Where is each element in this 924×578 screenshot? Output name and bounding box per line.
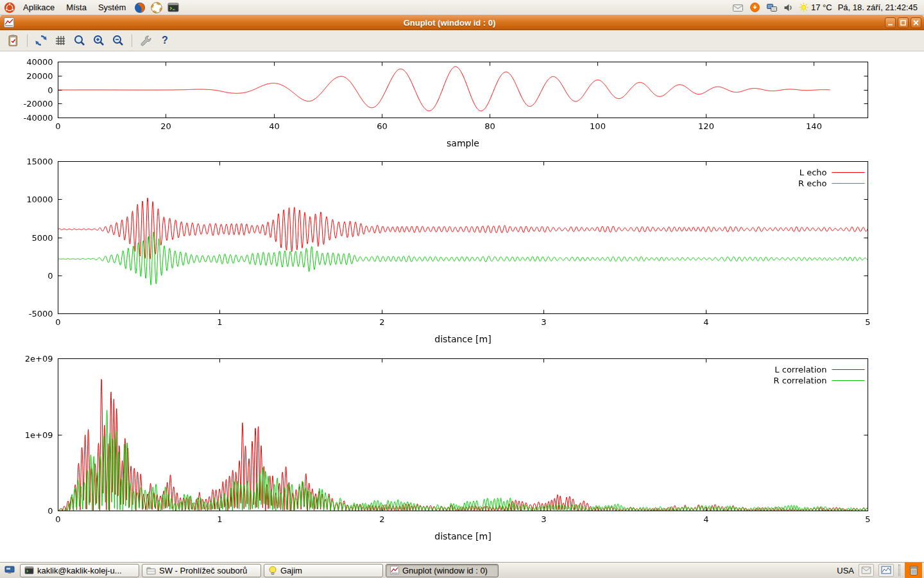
plot-content-area xyxy=(0,51,924,562)
gnuplot-window: Gnuplot (window id : 0) xyxy=(0,15,924,562)
task-label: SW - Prohlížeč souborů xyxy=(159,566,247,575)
volume-icon[interactable] xyxy=(783,3,793,13)
maximize-button[interactable] xyxy=(898,17,909,28)
task-label: Gajim xyxy=(280,566,302,575)
close-button[interactable] xyxy=(911,17,921,28)
temperature-label: 17 °C xyxy=(811,3,832,12)
task-gajim[interactable]: Gajim xyxy=(264,564,383,577)
folder-icon xyxy=(146,566,156,575)
magnifier-icon xyxy=(73,34,86,47)
mail-notification-icon[interactable] xyxy=(732,3,744,13)
terminal-icon xyxy=(24,566,34,575)
menu-system[interactable]: Systém xyxy=(93,1,131,14)
bottom-panel: kaklik@kaklik-kolej-u... SW - Prohlížeč … xyxy=(0,562,924,578)
trash-icon xyxy=(909,565,919,576)
desktop-icon xyxy=(4,566,15,575)
titlebar[interactable]: Gnuplot (window id : 0) xyxy=(0,15,924,30)
wrench-icon xyxy=(139,34,152,47)
configure-button[interactable] xyxy=(137,32,154,49)
copy-to-clipboard-button[interactable] xyxy=(5,32,22,49)
gnuplot-toolbar: ? xyxy=(0,30,924,51)
ubuntu-menu-icon[interactable] xyxy=(3,1,17,14)
help-launcher-icon[interactable] xyxy=(149,1,164,14)
gnuplot-icon xyxy=(390,566,399,575)
tray-monitor-icon[interactable] xyxy=(878,564,894,577)
clock-applet[interactable]: Pá, 18. září, 21:42:45 xyxy=(838,3,918,12)
sun-icon xyxy=(799,3,809,12)
help-icon: ? xyxy=(162,35,168,46)
task-label: kaklik@kaklik-kolej-u... xyxy=(37,566,122,575)
menu-places[interactable]: Místa xyxy=(61,1,92,14)
toolbar-separator xyxy=(132,34,132,47)
update-notifier-icon[interactable] xyxy=(749,2,760,13)
task-label: Gnuplot (window id : 0) xyxy=(402,566,488,575)
zoom-default-button[interactable] xyxy=(71,32,88,49)
lightbulb-icon xyxy=(268,566,277,575)
task-file-manager[interactable]: SW - Prohlížeč souborů xyxy=(142,564,261,577)
refresh-icon xyxy=(35,34,47,47)
magnifier-plus-icon xyxy=(92,34,105,47)
zoom-in-button[interactable] xyxy=(90,32,107,49)
task-gnuplot[interactable]: Gnuplot (window id : 0) xyxy=(386,564,499,577)
gnuplot-window-icon xyxy=(4,17,14,28)
network-monitor-icon[interactable] xyxy=(766,3,778,13)
gnuplot-canvas[interactable] xyxy=(0,51,924,562)
help-button[interactable]: ? xyxy=(157,32,173,49)
zoom-out-button[interactable] xyxy=(110,32,126,49)
window-title: Gnuplot (window id : 0) xyxy=(14,18,885,28)
magnifier-minus-icon xyxy=(112,34,124,47)
toolbar-separator xyxy=(27,34,28,47)
keyboard-layout-indicator[interactable]: USA xyxy=(837,566,854,575)
task-terminal[interactable]: kaklik@kaklik-kolej-u... xyxy=(20,564,139,577)
minimize-button[interactable] xyxy=(885,17,896,28)
toggle-grid-button[interactable] xyxy=(52,32,69,49)
tray-mail-icon[interactable] xyxy=(859,564,874,577)
grid-icon xyxy=(54,34,67,47)
firefox-launcher-icon[interactable] xyxy=(132,1,148,14)
gnome-top-panel: Aplikace Místa Systém xyxy=(0,0,924,15)
clipboard-icon xyxy=(7,34,20,47)
panel-drag-handle[interactable] xyxy=(898,565,900,576)
menu-applications[interactable]: Aplikace xyxy=(18,1,60,14)
terminal-launcher-icon[interactable] xyxy=(166,1,181,14)
trash-applet[interactable] xyxy=(905,563,922,578)
weather-applet[interactable]: 17 °C xyxy=(799,3,832,12)
ubuntu-logo-icon xyxy=(4,2,15,13)
show-desktop-button[interactable] xyxy=(2,564,17,577)
replot-button[interactable] xyxy=(33,32,49,49)
